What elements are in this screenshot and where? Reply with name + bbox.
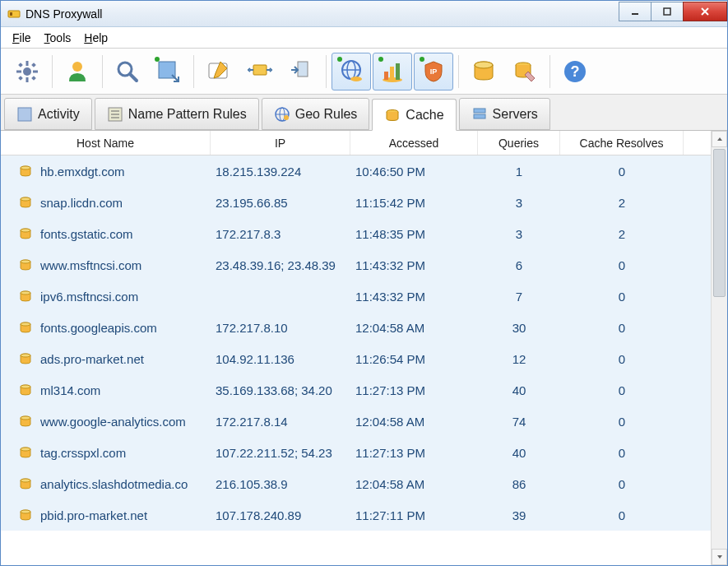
sync-button[interactable] (240, 53, 280, 90)
table-row[interactable]: www.msftncsi.com23.48.39.16; 23.48.3911:… (1, 249, 711, 281)
table-row[interactable]: ads.pro-market.net104.92.11.13611:26:54 … (1, 343, 711, 374)
tab-servers[interactable]: Servers (459, 98, 550, 130)
svg-rect-11 (18, 76, 23, 81)
svg-rect-19 (298, 62, 308, 77)
tab-label: Cache (406, 108, 443, 123)
table-row[interactable]: www.google-analytics.com172.217.8.1412:0… (1, 406, 711, 437)
col-header-host[interactable]: Host Name (1, 131, 211, 155)
menu-tools[interactable]: Tools (38, 29, 78, 47)
cell-cache-resolves: 0 (560, 477, 684, 491)
tab-label: Activity (38, 107, 80, 122)
cell-ip: 23.48.39.16; 23.48.39 (211, 258, 350, 272)
tab-label: Name Pattern Rules (128, 107, 247, 122)
cell-cache-resolves: 0 (560, 415, 684, 429)
cell-ip: 107.178.240.89 (211, 508, 350, 522)
cell-cache-resolves: 0 (560, 290, 684, 304)
svg-point-53 (21, 260, 30, 263)
cell-cache-resolves: 0 (560, 165, 684, 179)
table-row[interactable]: ml314.com35.169.133.68; 34.2011:27:13 PM… (1, 374, 711, 406)
svg-rect-1 (10, 12, 12, 16)
menu-help[interactable]: Help (77, 29, 114, 47)
tab-activity[interactable]: Activity (4, 98, 92, 130)
titlebar: DNS Proxywall (1, 1, 727, 27)
svg-point-4 (23, 67, 31, 76)
cell-cache-resolves: 0 (560, 446, 684, 460)
maximize-button[interactable] (651, 2, 684, 21)
cell-ip: 18.215.139.224 (211, 165, 350, 179)
svg-rect-8 (33, 70, 38, 72)
cell-accessed: 11:26:54 PM (350, 352, 478, 366)
globe-button[interactable] (332, 53, 371, 90)
table-row[interactable]: pbid.pro-market.net107.178.240.8911:27:1… (1, 499, 711, 531)
tab-geo-rules[interactable]: Geo Rules (262, 98, 370, 130)
search-button[interactable] (108, 53, 147, 90)
col-header-queries[interactable]: Queries (478, 131, 560, 155)
status-dot-icon (378, 57, 383, 62)
import-button[interactable] (281, 53, 321, 90)
scroll-down-button[interactable] (712, 549, 727, 565)
stats-button[interactable] (373, 53, 412, 90)
svg-rect-45 (474, 114, 485, 118)
table-container: Host Name IP Accessed Queries Cache Reso… (1, 131, 727, 565)
cell-accessed: 12:04:58 AM (350, 321, 478, 335)
table-row[interactable]: analytics.slashdotmedia.co216.105.38.912… (1, 468, 711, 499)
status-dot-icon (420, 57, 424, 62)
table-row[interactable]: tag.crsspxl.com107.22.211.52; 54.2311:27… (1, 437, 711, 468)
app-window: DNS Proxywall File Tools Help (0, 0, 728, 566)
cell-cache-resolves: 2 (560, 227, 684, 241)
cell-queries: 40 (478, 383, 560, 397)
svg-rect-25 (384, 72, 388, 80)
cell-queries: 86 (478, 477, 560, 491)
col-header-cache-resolves[interactable]: Cache Resolves (560, 131, 684, 155)
svg-rect-34 (18, 108, 31, 121)
table-row[interactable]: fonts.gstatic.com172.217.8.311:48:35 PM3… (1, 218, 711, 249)
host-text: pbid.pro-market.net (40, 508, 147, 522)
cell-accessed: 11:15:42 PM (350, 196, 478, 210)
svg-point-51 (21, 229, 30, 232)
svg-point-55 (21, 291, 30, 295)
svg-rect-26 (390, 67, 394, 80)
minimize-button[interactable] (619, 2, 651, 21)
ip-shield-button[interactable]: IP (414, 53, 453, 90)
edit-button[interactable] (199, 53, 239, 90)
table-row[interactable]: fonts.googleapis.com172.217.8.1012:04:58… (1, 312, 711, 343)
cell-accessed: 11:27:11 PM (350, 508, 478, 522)
cell-ip: 23.195.66.85 (211, 196, 350, 210)
settings-button[interactable] (7, 53, 47, 90)
svg-point-65 (21, 448, 30, 451)
cell-queries: 30 (478, 321, 560, 335)
table-row[interactable]: ipv6.msftncsi.com11:43:32 PM70 (1, 281, 711, 312)
table-row[interactable]: hb.emxdgt.com18.215.139.22410:46:50 PM10 (1, 155, 711, 187)
cache-icon (19, 258, 32, 271)
col-header-accessed[interactable]: Accessed (350, 131, 478, 155)
cell-host: www.msftncsi.com (1, 258, 211, 272)
cell-cache-resolves: 0 (560, 352, 684, 366)
scroll-up-button[interactable] (712, 131, 727, 147)
clear-cache-button[interactable] (505, 53, 545, 90)
svg-rect-3 (664, 8, 670, 15)
cell-ip: 216.105.38.9 (211, 477, 350, 491)
tab-name-pattern-rules[interactable]: Name Pattern Rules (95, 98, 259, 130)
user-button[interactable] (58, 53, 97, 90)
tab-bar: Activity Name Pattern Rules Geo Rules Ca… (1, 95, 727, 131)
scroll-track[interactable] (712, 147, 727, 549)
close-button[interactable] (683, 2, 727, 21)
svg-rect-5 (26, 61, 29, 66)
svg-rect-27 (396, 63, 400, 80)
col-header-ip[interactable]: IP (211, 131, 350, 155)
cell-host: pbid.pro-market.net (1, 508, 211, 522)
menu-file[interactable]: File (6, 29, 38, 47)
help-button[interactable]: ? (555, 53, 595, 90)
table-row[interactable]: snap.licdn.com23.195.66.8511:15:42 PM32 (1, 187, 711, 218)
separator (458, 55, 459, 88)
svg-text:IP: IP (430, 67, 438, 76)
scroll-thumb[interactable] (713, 149, 726, 297)
cache-button[interactable] (464, 53, 503, 90)
export-button[interactable] (149, 53, 188, 90)
host-text: snap.licdn.com (40, 196, 123, 210)
tab-cache[interactable]: Cache (372, 99, 456, 131)
vertical-scrollbar[interactable] (711, 131, 727, 565)
cell-accessed: 12:04:58 AM (350, 477, 478, 491)
separator (193, 55, 194, 88)
cell-cache-resolves: 0 (560, 321, 684, 335)
